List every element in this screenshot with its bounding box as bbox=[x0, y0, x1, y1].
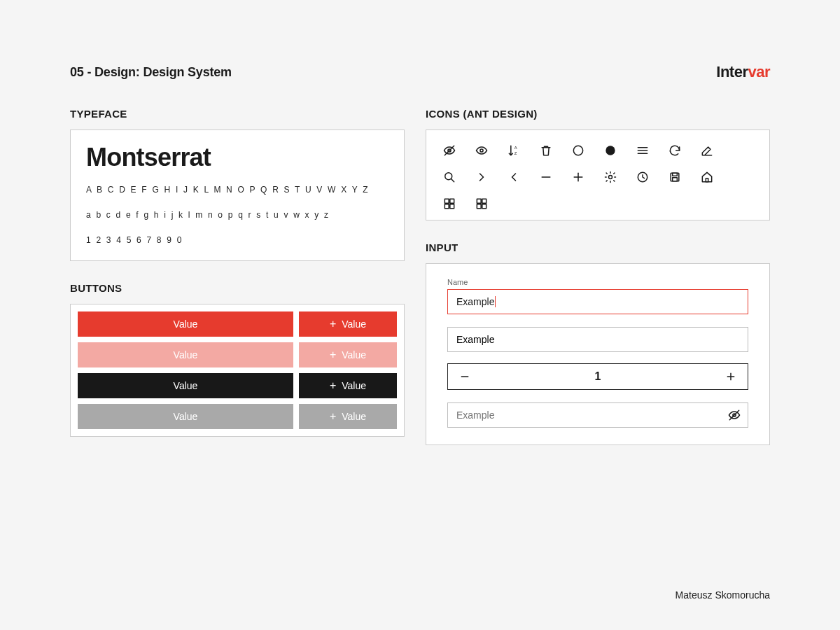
svg-rect-22 bbox=[450, 199, 454, 203]
button-primary-add-disabled[interactable]: +Value bbox=[299, 342, 397, 368]
stepper-decrement[interactable] bbox=[448, 364, 482, 389]
button-label: Value bbox=[342, 318, 366, 330]
minus-icon bbox=[538, 169, 554, 185]
svg-point-5 bbox=[573, 146, 582, 155]
text-caret bbox=[495, 296, 496, 307]
plus-icon: + bbox=[330, 379, 336, 392]
button-secondary[interactable]: Value bbox=[78, 373, 293, 398]
appstore-add-icon bbox=[474, 196, 489, 211]
stepper-value: 1 bbox=[482, 364, 714, 389]
text-input[interactable] bbox=[447, 327, 748, 352]
button-label: Value bbox=[342, 411, 366, 422]
input-label-name: Name bbox=[447, 278, 748, 286]
section-title-icons: ICONS (ANT DESIGN) bbox=[426, 108, 770, 120]
logo-text-1: Inter bbox=[716, 63, 748, 80]
svg-rect-28 bbox=[482, 204, 486, 209]
buttons-panel: Value +Value Value +Value Value +Value V… bbox=[70, 304, 405, 437]
page-header: 05 - Design: Design System Intervar bbox=[70, 63, 770, 81]
svg-point-6 bbox=[606, 146, 615, 155]
logo-text-2: var bbox=[748, 63, 770, 80]
button-primary-add[interactable]: +Value bbox=[299, 312, 397, 337]
eye-invisible-icon bbox=[442, 143, 457, 158]
button-tertiary-add[interactable]: +Value bbox=[299, 404, 397, 429]
button-primary-disabled[interactable]: Value bbox=[78, 342, 293, 368]
button-label: Value bbox=[174, 318, 198, 330]
eye-icon bbox=[474, 143, 489, 158]
sync-icon bbox=[667, 143, 682, 158]
svg-rect-27 bbox=[477, 204, 481, 209]
section-title-buttons: BUTTONS bbox=[70, 282, 405, 294]
settings-icon bbox=[603, 169, 618, 185]
chevron-left-icon bbox=[506, 169, 522, 185]
button-label: Value bbox=[174, 411, 198, 422]
plus-icon: + bbox=[330, 349, 336, 361]
button-secondary-add[interactable]: +Value bbox=[299, 373, 397, 398]
typeface-panel: Montserrat A B C D E F G H I J K L M N O… bbox=[70, 130, 405, 261]
plus-icon bbox=[570, 169, 586, 185]
alphabet-upper: A B C D E F G H I J K L M N O P Q R S T … bbox=[86, 185, 388, 195]
page-title: 05 - Design: Design System bbox=[70, 65, 232, 80]
svg-rect-21 bbox=[444, 199, 449, 203]
menu-icon bbox=[635, 143, 650, 158]
input-panel: Name Example 1 bbox=[426, 263, 770, 445]
home-icon bbox=[699, 169, 715, 185]
svg-rect-23 bbox=[444, 204, 449, 209]
delete-icon bbox=[538, 143, 554, 158]
typeface-name: Montserrat bbox=[86, 143, 388, 172]
password-input[interactable] bbox=[447, 402, 748, 428]
alphabet-lower: a b c d e f g h i j k l m n o p q r s t … bbox=[86, 210, 388, 220]
svg-text:Z: Z bbox=[514, 151, 517, 155]
brand-logo: Intervar bbox=[716, 63, 770, 81]
stepper-increment[interactable] bbox=[714, 364, 748, 389]
svg-text:A: A bbox=[514, 146, 517, 150]
appstore-icon bbox=[442, 196, 457, 211]
svg-rect-25 bbox=[477, 199, 481, 203]
digits-line: 1 2 3 4 5 6 7 8 9 0 bbox=[86, 235, 388, 245]
svg-point-15 bbox=[609, 176, 612, 179]
section-title-typeface: TYPEFACE bbox=[70, 108, 405, 120]
button-primary[interactable]: Value bbox=[78, 312, 293, 337]
sort-az-icon: AZ bbox=[506, 143, 522, 158]
svg-rect-24 bbox=[450, 204, 454, 209]
plus-icon: + bbox=[330, 410, 336, 423]
author-credit: Mateusz Skomorucha bbox=[676, 589, 770, 601]
input-value: Example bbox=[456, 296, 494, 307]
button-label: Value bbox=[174, 380, 198, 391]
svg-rect-18 bbox=[673, 173, 678, 176]
button-label: Value bbox=[342, 349, 366, 360]
circle-icon bbox=[570, 143, 586, 158]
section-title-input: INPUT bbox=[426, 241, 770, 253]
edit-icon bbox=[699, 143, 715, 158]
button-label: Value bbox=[342, 380, 366, 391]
svg-rect-26 bbox=[482, 199, 486, 203]
eye-invisible-icon[interactable] bbox=[727, 408, 741, 422]
clock-icon bbox=[635, 169, 650, 185]
number-stepper: 1 bbox=[447, 363, 748, 390]
circle-filled-icon bbox=[603, 143, 618, 158]
icons-panel: AZ bbox=[426, 130, 770, 220]
text-input-focused[interactable]: Example bbox=[447, 289, 748, 314]
svg-rect-19 bbox=[673, 178, 678, 181]
svg-line-11 bbox=[451, 179, 454, 182]
save-icon bbox=[667, 169, 682, 185]
chevron-right-icon bbox=[474, 169, 489, 185]
plus-icon: + bbox=[330, 318, 336, 330]
button-label: Value bbox=[174, 349, 198, 360]
svg-rect-20 bbox=[706, 178, 708, 182]
search-icon bbox=[442, 169, 457, 185]
svg-point-2 bbox=[480, 149, 483, 152]
button-tertiary[interactable]: Value bbox=[78, 404, 293, 429]
